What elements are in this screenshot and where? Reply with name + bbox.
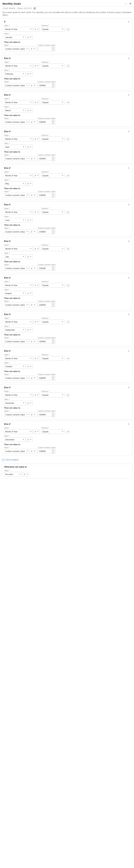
value-select-8[interactable]: Month of Year [4, 283, 33, 288]
month-type-select-1[interactable]: ≡ [26, 35, 33, 40]
month-select-6[interactable]: June [4, 218, 26, 222]
criterion-select-8[interactable]: Equals [41, 283, 64, 288]
if-block-9-close[interactable]: ✕ [128, 313, 130, 316]
add-criteria-btn-4[interactable]: + [66, 137, 70, 141]
output-agg-select-12[interactable]: ≡ [30, 449, 36, 454]
number-input-9[interactable] [38, 339, 52, 344]
if-block-4-close[interactable]: ✕ [128, 130, 130, 133]
if-block-10-close[interactable]: ✕ [128, 349, 130, 352]
output-type-select-4[interactable]: Custom numeric value [4, 156, 29, 161]
value-select-5[interactable]: Month of Year [4, 173, 33, 178]
criterion-select-3[interactable]: Equals [41, 100, 64, 105]
number-input-10[interactable] [38, 376, 52, 380]
output-agg-select-9[interactable]: ≡ [30, 339, 36, 344]
month-type-select-2[interactable]: ≡ [26, 71, 33, 76]
spin-up-3[interactable]: ▲ [52, 120, 55, 122]
spin-down-1[interactable]: ▼ [52, 49, 55, 51]
month-select-4[interactable]: April [4, 145, 26, 149]
spin-down-2[interactable]: ▼ [52, 86, 55, 88]
spin-up-1[interactable]: ▲ [52, 46, 55, 49]
add-criteria-btn-6[interactable]: + [66, 210, 70, 214]
value-select-7[interactable]: Month of Year [4, 246, 33, 251]
output-type-select-8[interactable]: Custom numeric value [4, 303, 29, 307]
spin-down-11[interactable]: ▼ [52, 415, 55, 417]
number-input-6[interactable] [38, 229, 52, 234]
value-type-select-3[interactable]: ≡ [33, 100, 40, 105]
add-criteria-btn-3[interactable]: + [66, 100, 70, 105]
month-select-2[interactable]: February [4, 71, 26, 76]
value-type-select-9[interactable]: ≡ [33, 319, 40, 324]
spin-up-6[interactable]: ▲ [52, 229, 55, 232]
add-criteria-btn-11[interactable]: + [66, 393, 70, 397]
if-block-3-close[interactable]: ✕ [128, 93, 130, 96]
spin-up-9[interactable]: ▲ [52, 339, 55, 342]
value-select-2[interactable]: Month of Year [4, 64, 33, 68]
value-type-select-2[interactable]: ≡ [33, 64, 40, 68]
value-select-6[interactable]: Month of Year [4, 210, 33, 214]
month-type-select-9[interactable]: ≡ [26, 328, 33, 332]
month-select-10[interactable]: October [4, 364, 26, 369]
spin-down-9[interactable]: ▼ [52, 341, 55, 344]
month-select-1[interactable]: January [4, 35, 26, 40]
value-select-9[interactable]: Month of Year [4, 319, 33, 324]
if-block-11-close[interactable]: ✕ [128, 386, 130, 389]
criterion-select-1[interactable]: Equals [41, 27, 64, 32]
number-input-1[interactable] [38, 46, 52, 51]
spin-down-8[interactable]: ▼ [52, 305, 55, 307]
if-block-8-close[interactable]: ✕ [128, 276, 130, 279]
add-criteria-btn-2[interactable]: + [66, 64, 70, 68]
month-type-select-4[interactable]: ≡ [26, 145, 33, 149]
spin-up-11[interactable]: ▲ [52, 412, 55, 415]
close-icon[interactable]: ✕ [129, 2, 132, 5]
month-select-11[interactable]: November [4, 401, 26, 405]
value-select-1[interactable]: Month of Year [4, 27, 33, 32]
spin-down-4[interactable]: ▼ [52, 159, 55, 161]
month-select-5[interactable]: May [4, 181, 26, 186]
number-input-7[interactable] [38, 266, 52, 271]
value-type-select-1[interactable]: ≡ [33, 27, 40, 32]
month-select-8[interactable]: August [4, 291, 26, 296]
criterion-select-12[interactable]: Equals [41, 429, 64, 434]
number-input-5[interactable] [38, 193, 52, 197]
spin-up-12[interactable]: ▲ [52, 449, 55, 452]
more-options-icon[interactable]: ··· [124, 2, 128, 5]
spin-up-2[interactable]: ▲ [52, 83, 55, 86]
value-type-select-8[interactable]: ≡ [33, 283, 40, 288]
output-type-select-5[interactable]: Custom numeric value [4, 193, 29, 197]
criterion-select-11[interactable]: Equals [41, 393, 64, 397]
criterion-select-4[interactable]: Equals [41, 137, 64, 141]
number-input-2[interactable] [38, 83, 52, 88]
add-criteria-btn-10[interactable]: + [66, 356, 70, 361]
value-type-select-4[interactable]: ≡ [33, 137, 40, 141]
value-select-12[interactable]: Month of Year [4, 429, 33, 434]
month-type-select-10[interactable]: ≡ [26, 364, 33, 369]
output-agg-select-6[interactable]: ≡ [30, 229, 36, 234]
month-type-select-8[interactable]: ≡ [26, 291, 33, 296]
if-block-6-close[interactable]: ✕ [128, 203, 130, 206]
output-agg-select-2[interactable]: ≡ [30, 83, 36, 88]
if-block-2-close[interactable]: ✕ [128, 57, 130, 60]
month-select-3[interactable]: March [4, 108, 26, 113]
value-select-4[interactable]: Month of Year [4, 137, 33, 141]
add-criteria-btn-5[interactable]: + [66, 174, 70, 178]
criterion-select-10[interactable]: Equals [41, 356, 64, 361]
output-type-select-10[interactable]: Custom numeric value [4, 376, 29, 380]
criterion-select-2[interactable]: Equals [41, 64, 64, 68]
output-agg-select-4[interactable]: ≡ [30, 156, 36, 161]
output-type-select-9[interactable]: Custom numeric value [4, 339, 29, 344]
if-block-1-close[interactable]: ✕ [128, 20, 130, 23]
add-criteria-btn-1[interactable]: + [66, 27, 70, 32]
spin-up-4[interactable]: ▲ [52, 156, 55, 159]
criterion-select-6[interactable]: Equals [41, 210, 64, 214]
output-agg-select-5[interactable]: ≡ [30, 193, 36, 197]
value-select-3[interactable]: Month of Year [4, 100, 33, 105]
criterion-select-5[interactable]: Equals [41, 173, 64, 178]
spin-down-12[interactable]: ▼ [52, 451, 55, 454]
value-type-select-10[interactable]: ≡ [33, 356, 40, 361]
number-input-12[interactable] [38, 449, 52, 454]
output-agg-select-11[interactable]: ≡ [30, 412, 36, 417]
otherwise-type-select[interactable]: No value [4, 472, 22, 476]
otherwise-agg-select[interactable]: ≡ [23, 472, 29, 476]
month-select-12[interactable]: December [4, 437, 26, 442]
number-input-4[interactable] [38, 156, 52, 161]
